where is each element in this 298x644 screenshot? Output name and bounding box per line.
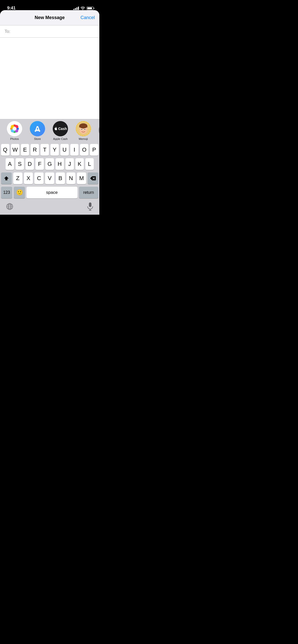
home-indicator bbox=[0, 214, 99, 215]
battery-icon bbox=[87, 7, 94, 10]
key-c[interactable]: C bbox=[34, 172, 44, 184]
photos-flower-icon bbox=[9, 123, 20, 134]
key-m[interactable]: M bbox=[77, 172, 86, 184]
space-key[interactable]: space bbox=[26, 187, 77, 198]
key-f[interactable]: F bbox=[35, 158, 44, 170]
bottom-bar bbox=[0, 200, 99, 214]
svg-point-17 bbox=[84, 129, 85, 130]
microphone-icon[interactable] bbox=[87, 202, 93, 211]
key-l[interactable]: L bbox=[85, 158, 94, 170]
keyboard: Q W E R T Y U I O P A S D F G H J K L bbox=[0, 142, 99, 200]
cash-icon: Cash bbox=[53, 121, 68, 136]
return-key[interactable]: return bbox=[79, 187, 98, 198]
status-time: 9:41 bbox=[7, 6, 16, 11]
key-g[interactable]: G bbox=[45, 158, 54, 170]
status-icons bbox=[73, 6, 94, 10]
key-o[interactable]: O bbox=[80, 144, 88, 156]
key-x[interactable]: X bbox=[24, 172, 33, 184]
message-area[interactable] bbox=[0, 38, 99, 119]
app-bar: Photos A Store Cash bbox=[0, 119, 99, 142]
store-label: Store bbox=[34, 137, 41, 140]
extra-icon bbox=[99, 123, 99, 138]
globe-icon[interactable] bbox=[6, 203, 13, 210]
memoji-icon bbox=[76, 121, 91, 136]
key-row-bottom: 123 🙂 space return bbox=[1, 187, 98, 198]
photos-icon bbox=[7, 121, 22, 136]
key-s[interactable]: S bbox=[16, 158, 24, 170]
app-photos[interactable]: Photos bbox=[3, 121, 26, 140]
memoji-face-icon bbox=[77, 123, 89, 135]
key-r[interactable]: R bbox=[31, 144, 39, 156]
cancel-button[interactable]: Cancel bbox=[80, 15, 95, 20]
app-store-a-icon: A bbox=[33, 124, 42, 133]
apple-cash-label: Apple Cash bbox=[53, 137, 68, 140]
emoji-key[interactable]: 🙂 bbox=[14, 187, 25, 198]
key-row-2: A S D F G H J K L bbox=[1, 158, 98, 170]
key-y[interactable]: Y bbox=[50, 144, 59, 156]
svg-point-16 bbox=[81, 129, 82, 130]
header: New Message Cancel bbox=[0, 10, 99, 25]
key-k[interactable]: K bbox=[75, 158, 84, 170]
key-w[interactable]: W bbox=[11, 144, 19, 156]
signal-icon bbox=[73, 7, 79, 10]
delete-icon bbox=[90, 176, 96, 180]
key-i[interactable]: I bbox=[70, 144, 79, 156]
page-title: New Message bbox=[35, 15, 65, 20]
key-row-3: Z X C V B N M bbox=[1, 172, 98, 184]
key-v[interactable]: V bbox=[45, 172, 54, 184]
key-z[interactable]: Z bbox=[13, 172, 22, 184]
key-row-1: Q W E R T Y U I O P bbox=[1, 144, 98, 156]
to-label: To: bbox=[5, 29, 10, 34]
photos-label: Photos bbox=[10, 137, 19, 140]
key-a[interactable]: A bbox=[6, 158, 14, 170]
app-apple-cash[interactable]: Cash Apple Cash bbox=[49, 121, 72, 140]
shift-icon bbox=[4, 176, 9, 181]
key-t[interactable]: T bbox=[40, 144, 49, 156]
app-store[interactable]: A Store bbox=[26, 121, 49, 140]
key-n[interactable]: N bbox=[66, 172, 76, 184]
key-u[interactable]: U bbox=[60, 144, 69, 156]
svg-rect-13 bbox=[79, 126, 87, 127]
wifi-icon bbox=[80, 6, 85, 10]
delete-key[interactable] bbox=[88, 172, 98, 184]
apple-logo-icon bbox=[54, 127, 57, 131]
key-q[interactable]: Q bbox=[1, 144, 9, 156]
key-h[interactable]: H bbox=[56, 158, 64, 170]
key-e[interactable]: E bbox=[21, 144, 29, 156]
key-p[interactable]: P bbox=[90, 144, 98, 156]
memoji-label: Memoji bbox=[79, 137, 88, 140]
svg-text:A: A bbox=[34, 124, 40, 133]
shift-key[interactable] bbox=[1, 172, 12, 184]
store-icon: A bbox=[30, 121, 45, 136]
numbers-key[interactable]: 123 bbox=[1, 187, 12, 198]
svg-point-8 bbox=[12, 127, 16, 130]
to-field[interactable]: To: bbox=[0, 25, 99, 38]
key-d[interactable]: D bbox=[25, 158, 34, 170]
cash-text: Cash bbox=[54, 127, 67, 131]
main-content: New Message Cancel To: bbox=[0, 10, 99, 215]
key-j[interactable]: J bbox=[65, 158, 74, 170]
key-b[interactable]: B bbox=[56, 172, 65, 184]
svg-rect-23 bbox=[89, 202, 91, 207]
app-extra-partial[interactable] bbox=[95, 123, 99, 139]
to-input[interactable] bbox=[12, 29, 95, 34]
app-memoji[interactable]: Memoji bbox=[72, 121, 95, 140]
